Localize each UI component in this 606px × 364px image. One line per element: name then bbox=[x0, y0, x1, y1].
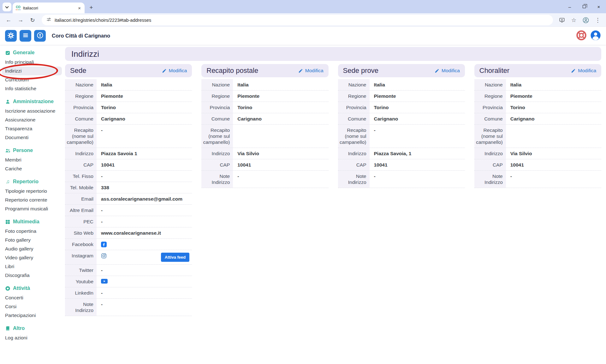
attiva-feed-button[interactable]: Attiva feed bbox=[161, 253, 189, 262]
site-info-icon[interactable] bbox=[46, 17, 51, 23]
user-avatar[interactable] bbox=[590, 30, 601, 42]
value-text: - bbox=[101, 267, 103, 273]
user-icon bbox=[5, 99, 10, 104]
card-title: Recapito postale bbox=[206, 67, 258, 75]
bookmark-star-icon[interactable]: ☆ bbox=[569, 15, 579, 25]
sidebar-item-concerti[interactable]: Concerti bbox=[5, 293, 63, 302]
row-label: Nazione bbox=[338, 79, 370, 90]
help-lifering-icon[interactable] bbox=[576, 30, 587, 42]
row-cap: CAP10041 bbox=[201, 159, 328, 171]
reload-button[interactable]: ↻ bbox=[27, 15, 38, 26]
sidebar-item-tipologie-repertorio[interactable]: Tipologie repertorio bbox=[5, 187, 63, 196]
url-bar[interactable]: italiacori.it/registries/choirs/2223#tab… bbox=[42, 15, 553, 25]
sidebar-item-membri[interactable]: Membri bbox=[5, 156, 63, 164]
sidebar-section-header: Multimedia bbox=[5, 218, 63, 225]
back-button[interactable]: ← bbox=[3, 15, 14, 26]
row-provincia: ProvinciaTorino bbox=[474, 102, 601, 113]
window-minimize-button[interactable]: – bbox=[562, 0, 577, 13]
sidebar-item-info-principali[interactable]: Info principali bbox=[5, 58, 63, 67]
sidebar-item-trasparenza[interactable]: Trasparenza bbox=[5, 124, 63, 133]
modifica-button[interactable]: Modifica bbox=[298, 68, 324, 73]
sidebar-item-curriculum[interactable]: Curriculum bbox=[5, 75, 63, 84]
page-title: Indirizzi bbox=[71, 49, 99, 59]
forward-button[interactable]: → bbox=[15, 15, 26, 26]
sidebar-item-cariche[interactable]: Cariche bbox=[5, 164, 63, 173]
sidebar-item-indirizzi[interactable]: Indirizzi bbox=[2, 67, 62, 75]
row-value: www.coralecarignanese.it bbox=[97, 227, 192, 238]
sidebar-item-log-azioni[interactable]: Log azioni bbox=[5, 333, 63, 342]
hamburger-icon bbox=[22, 32, 29, 39]
browser-menu-icon[interactable]: ⋮ bbox=[593, 15, 603, 25]
tab-close-icon[interactable]: × bbox=[77, 5, 81, 11]
row-value bbox=[97, 239, 192, 250]
youtube-icon[interactable] bbox=[101, 279, 108, 284]
value-text: Piemonte bbox=[101, 93, 123, 99]
sidebar-item-iscrizione-associazione[interactable]: Iscrizione associazione bbox=[5, 107, 63, 115]
row-value: - bbox=[97, 216, 192, 227]
card-header: ChoraliterModifica bbox=[474, 64, 601, 77]
sidebar-section-label: Altro bbox=[13, 325, 25, 332]
value-text: 10041 bbox=[237, 162, 251, 168]
sidebar-item-discografia[interactable]: Discografia bbox=[5, 271, 63, 280]
row-value: Carignano bbox=[370, 113, 465, 124]
sidebar-item-assicurazione[interactable]: Assicurazione bbox=[5, 115, 63, 124]
tab-search-button[interactable] bbox=[3, 3, 11, 11]
row-value: - bbox=[370, 171, 465, 188]
sidebar-item-video-gallery[interactable]: Video gallery bbox=[5, 253, 63, 262]
value-text: - bbox=[374, 173, 376, 179]
card-header: Sede proveModifica bbox=[338, 64, 465, 77]
sidebar-item-documenti[interactable]: Documenti bbox=[5, 133, 63, 142]
sidebar-item-foto-gallery[interactable]: Foto gallery bbox=[5, 236, 63, 244]
row-label: Tel. Mobile bbox=[65, 182, 97, 193]
sidebar-item-libri[interactable]: Libri bbox=[5, 262, 63, 271]
sidebar-section-label: Amministrazione bbox=[13, 98, 54, 105]
window-close-button[interactable]: × bbox=[591, 0, 606, 13]
sidebar-section-header: Attività bbox=[5, 285, 63, 292]
app-header: Coro Città di Carignano bbox=[0, 27, 606, 45]
row-comune: ComuneCarignano bbox=[338, 113, 465, 125]
row-linkedin: LinkedIn- bbox=[65, 287, 192, 299]
sidebar-item-corsi[interactable]: Corsi bbox=[5, 302, 63, 311]
sidebar-item-programmi-musicali[interactable]: Programmi musicali bbox=[5, 204, 63, 213]
row-value: Piemonte bbox=[506, 91, 601, 102]
sidebar-item-audio-gallery[interactable]: Audio gallery bbox=[5, 244, 63, 253]
browser-profile-icon[interactable] bbox=[581, 15, 591, 25]
menu-button[interactable] bbox=[20, 30, 31, 42]
instagram-icon[interactable] bbox=[101, 253, 107, 259]
modifica-button[interactable]: Modifica bbox=[435, 68, 460, 73]
sidebar-section-altro: AltroLog azioni bbox=[5, 325, 63, 342]
sidebar-item-repertorio-corrente[interactable]: Repertorio corrente bbox=[5, 196, 63, 204]
upload-button[interactable] bbox=[34, 30, 46, 42]
value-text: Italia bbox=[510, 82, 521, 88]
sidebar-section-header: Persone bbox=[5, 147, 63, 154]
row-sito-web: Sito Webwww.coralecarignanese.it bbox=[65, 227, 192, 239]
sidebar-section-persone: PersoneMembriCariche bbox=[5, 147, 63, 173]
value-text: Italia bbox=[101, 82, 112, 88]
restore-icon bbox=[583, 5, 586, 8]
edit-label: Modifica bbox=[578, 68, 596, 73]
row-value: - bbox=[97, 299, 192, 316]
sidebar-item-foto-copertina[interactable]: Foto copertina bbox=[5, 227, 63, 236]
card-sede: SedeModificaNazioneItaliaRegionePiemonte… bbox=[65, 64, 192, 316]
row-recapito-nome-sul-campanello: Recapito (nome sul campanello)- bbox=[65, 125, 192, 148]
card-title: Choraliter bbox=[479, 67, 509, 75]
sidebar-section-header: Altro bbox=[5, 325, 63, 332]
card-recapito-postale: Recapito postaleModificaNazioneItaliaReg… bbox=[201, 64, 328, 188]
facebook-icon[interactable] bbox=[101, 242, 107, 247]
modifica-button[interactable]: Modifica bbox=[162, 68, 187, 73]
window-restore-button[interactable] bbox=[577, 0, 591, 13]
settings-button[interactable] bbox=[5, 30, 17, 42]
card-table: NazioneItaliaRegionePiemonteProvinciaTor… bbox=[474, 79, 601, 188]
new-tab-button[interactable]: + bbox=[86, 3, 96, 12]
value-text: - bbox=[101, 301, 103, 307]
sidebar-item-info-statistiche[interactable]: Info statistiche bbox=[5, 84, 63, 93]
sidebar-item-partecipazioni[interactable]: Partecipazioni bbox=[5, 311, 63, 320]
browser-tab[interactable]: CO Italiacori × bbox=[13, 3, 85, 13]
row-value: Piemonte bbox=[370, 91, 465, 102]
install-app-icon[interactable] bbox=[557, 15, 567, 25]
modifica-button[interactable]: Modifica bbox=[571, 68, 596, 73]
row-label: Note Indirizzo bbox=[65, 299, 97, 316]
row-label: Note Indirizzo bbox=[338, 171, 370, 188]
row-value: 10041 bbox=[97, 159, 192, 170]
row-label: Recapito (nome sul campanello) bbox=[338, 125, 370, 148]
